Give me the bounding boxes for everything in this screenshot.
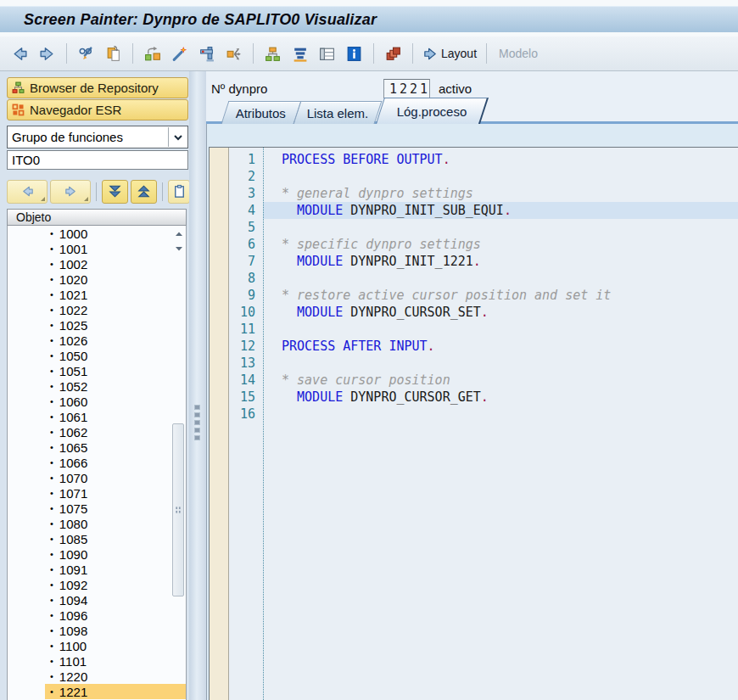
object-list-item[interactable]: 1052 — [8, 378, 186, 394]
code-line[interactable]: 3* general dynpro settings — [210, 185, 738, 202]
object-list-item[interactable]: 1022 — [8, 302, 186, 317]
code-line[interactable]: 15 MODULE DYNPRO_CURSOR_GET. — [210, 389, 738, 406]
object-list-item[interactable]: 1090 — [8, 546, 186, 562]
code-area[interactable]: 1PROCESS BEFORE OUTPUT.23* general dynpr… — [210, 151, 738, 423]
line-number: 10 — [210, 304, 263, 321]
line-number: 6 — [210, 236, 263, 253]
object-list-item[interactable]: 1096 — [8, 608, 186, 623]
object-list-item[interactable]: 1080 — [8, 516, 186, 531]
object-list-item[interactable]: 1085 — [8, 531, 186, 546]
object-list-item[interactable]: 1050 — [8, 348, 186, 363]
forward-arrow-button[interactable] — [36, 42, 59, 65]
line-number: 14 — [210, 372, 263, 389]
code-line[interactable]: 12PROCESS AFTER INPUT. — [210, 338, 738, 355]
object-list-item[interactable]: 1220 — [8, 669, 186, 684]
code-line[interactable]: 14* save cursor position — [210, 372, 738, 389]
object-list-item-label: 1021 — [45, 287, 186, 302]
code-line[interactable]: 6* specific dynpro settings — [210, 236, 738, 253]
scroll-down-icon[interactable] — [172, 242, 185, 255]
repository-browser-button[interactable]: Browser de Repository — [7, 77, 188, 98]
code-line[interactable]: 9* restore active cursor position and se… — [210, 287, 738, 304]
object-list-item[interactable]: 1071 — [8, 485, 186, 501]
nav-forward-button[interactable] — [50, 180, 91, 204]
object-list-item[interactable]: 1065 — [8, 440, 186, 455]
object-list-item-label: 1096 — [45, 608, 186, 623]
object-list-item[interactable]: 1062 — [8, 424, 186, 440]
object-list-item[interactable]: 1066 — [8, 455, 186, 470]
code-line[interactable]: 11 — [210, 321, 738, 338]
object-list-item-label: 1091 — [45, 562, 186, 577]
object-list-item[interactable]: 1061 — [8, 409, 186, 424]
code-line[interactable]: 8 — [210, 270, 738, 287]
object-list-item[interactable]: 1070 — [8, 470, 186, 485]
tab-lista-elem[interactable]: Lista elem. — [294, 101, 383, 124]
dropdown-corner-icon — [41, 197, 45, 201]
collapse-all-button[interactable] — [131, 180, 157, 204]
object-list-item[interactable]: 1092 — [8, 577, 186, 592]
panel-splitter[interactable] — [189, 71, 206, 700]
display-change-button[interactable] — [75, 42, 98, 65]
info-button[interactable] — [343, 42, 366, 65]
object-list-item[interactable]: 1002 — [8, 256, 186, 272]
code-line[interactable]: 4 MODULE DYNPRO_INIT_SUB_EQUI. — [210, 202, 738, 219]
layout-arrow-button[interactable]: Layout — [421, 42, 478, 65]
object-list-item[interactable]: 1051 — [8, 363, 186, 378]
object-category-select[interactable]: Grupo de funciones — [7, 126, 188, 148]
other-object-button[interactable] — [141, 42, 164, 65]
code-text: * save cursor position — [263, 372, 738, 389]
dynpro-number-input[interactable]: 1221 — [383, 79, 430, 98]
collapse-all-icon — [136, 183, 152, 199]
hierarchy-button[interactable] — [261, 42, 284, 65]
back-arrow-button[interactable] — [8, 42, 31, 65]
code-line[interactable]: 13 — [210, 355, 738, 372]
code-line[interactable]: 5 — [210, 219, 738, 236]
scrollbar-thumb[interactable] — [172, 423, 184, 596]
esr-navigator-button[interactable]: Navegador ESR — [7, 99, 188, 120]
object-list-item[interactable]: 1026 — [8, 333, 186, 348]
code-line[interactable]: 16 — [210, 406, 738, 423]
object-list-item[interactable]: 1021 — [8, 287, 186, 302]
object-list-item[interactable]: 1091 — [8, 562, 186, 577]
expand-all-icon — [107, 183, 123, 199]
nav-back-button[interactable] — [7, 180, 48, 204]
code-line[interactable]: 1PROCESS BEFORE OUTPUT. — [210, 151, 738, 168]
chevron-down-icon[interactable] — [168, 127, 187, 147]
object-list-item[interactable]: 1001 — [8, 241, 186, 256]
object-list-item[interactable]: 1020 — [8, 272, 186, 287]
object-list-item[interactable]: 1060 — [8, 394, 186, 409]
activate-button[interactable] — [195, 42, 218, 65]
clipboard-button[interactable] — [168, 180, 190, 204]
copy-layout-button[interactable] — [382, 42, 405, 65]
object-list-scrollbar[interactable] — [171, 226, 186, 700]
object-list-item[interactable]: 1098 — [8, 623, 186, 638]
code-line[interactable]: 2 — [210, 168, 738, 185]
esr-navigator-label: Navegador ESR — [30, 103, 121, 117]
tab-l-g-proceso[interactable]: Lóg.proceso — [376, 98, 489, 124]
object-list-item-label: 1220 — [45, 669, 186, 684]
line-number: 7 — [210, 253, 263, 270]
flow-logic-editor[interactable]: 1PROCESS BEFORE OUTPUT.23* general dynpr… — [209, 147, 738, 700]
object-list-header[interactable]: Objeto — [7, 209, 187, 226]
table-view-button[interactable] — [316, 42, 338, 65]
nav-separator — [96, 182, 97, 201]
object-list-item[interactable]: 1094 — [8, 592, 186, 608]
tab-atributos[interactable]: Atributos — [221, 101, 302, 124]
test-button[interactable] — [222, 42, 245, 65]
code-text: * general dynpro settings — [263, 185, 738, 202]
generate-button[interactable] — [168, 42, 191, 65]
expand-all-button[interactable] — [102, 180, 128, 204]
object-name-input[interactable]: ITO0 — [7, 150, 188, 170]
scroll-up-icon[interactable] — [172, 227, 185, 240]
code-line[interactable]: 10 MODULE DYNPRO_CURSOR_SET. — [210, 304, 738, 321]
tab-content: 1PROCESS BEFORE OUTPUT.23* general dynpr… — [206, 124, 738, 700]
object-list-item[interactable]: 1075 — [8, 501, 186, 516]
sort-button[interactable] — [288, 42, 311, 65]
object-list-item[interactable]: 1100 — [8, 638, 186, 653]
object-list-item[interactable]: 1000 — [8, 226, 186, 241]
sidebar-nav-toolbar — [7, 178, 200, 204]
code-line[interactable]: 7 MODULE DYNPRO_INIT_1221. — [210, 253, 738, 270]
copy-button[interactable] — [102, 42, 125, 65]
object-list-item[interactable]: 1101 — [8, 653, 186, 669]
object-list-item[interactable]: 1025 — [8, 317, 186, 333]
object-list-item[interactable]: 1221 — [8, 684, 186, 699]
